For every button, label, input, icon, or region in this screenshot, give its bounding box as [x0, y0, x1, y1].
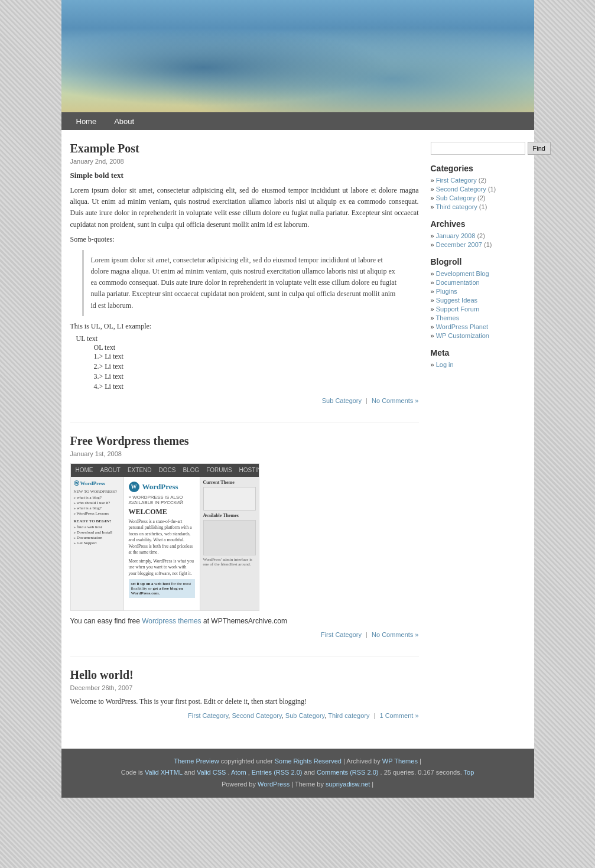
meta-title: Meta [431, 348, 525, 357]
footer-wordpress-link[interactable]: WordPress [258, 781, 290, 788]
footer-license-link[interactable]: Some Rights Reserved [275, 758, 342, 765]
search-button[interactable]: Find [528, 142, 551, 155]
post1-comments-link[interactable]: No Comments » [372, 397, 418, 404]
wp-available-themes [203, 520, 256, 555]
wp-logo-row: W WordPress [129, 482, 195, 492]
wp-themes-sidebar: Current Theme Available Themes WordPress… [200, 477, 259, 610]
blogroll-support-link[interactable]: Support Forum [436, 305, 479, 313]
cat-sub-link[interactable]: Sub Category [436, 194, 476, 201]
content-area: Example Post January 2nd, 2008 Simple bo… [61, 130, 534, 749]
search-input[interactable] [431, 142, 525, 155]
footer-line1: Theme Preview copyrighted under Some Rig… [69, 756, 527, 768]
post2-date: January 1st, 2008 [70, 450, 419, 457]
footer-theme-text: | Theme by [291, 781, 326, 788]
post2-comments-link[interactable]: No Comments » [372, 631, 418, 638]
nav-about[interactable]: About [105, 114, 143, 129]
cat-second-count: (1) [488, 186, 496, 193]
blogroll-widget: Blogroll Development Blog Documentation … [431, 257, 525, 339]
blogroll-plugins-link[interactable]: Plugins [436, 288, 457, 295]
post3-cat2[interactable]: Second Category [232, 712, 281, 719]
cat-second-link[interactable]: Second Category [436, 186, 486, 193]
wp-nav-home: HOME [76, 467, 93, 473]
ol-text: OL text [94, 343, 419, 352]
archives-title: Archives [431, 219, 525, 229]
footer-theme-preview[interactable]: Theme Preview [174, 758, 219, 765]
post2-footer: First Category | No Comments » [70, 631, 419, 638]
wp-desc-2: More simply, WordPress is what you use w… [129, 558, 195, 577]
cat-first: First Category (2) [431, 177, 525, 184]
li-2: 2.> Li text [94, 362, 419, 371]
blogroll-plugins: Plugins [431, 288, 525, 295]
main-content: Example Post January 2nd, 2008 Simple bo… [70, 142, 419, 737]
blogroll-themes: Themes [431, 314, 525, 321]
blogroll-wp-planet: WordPress Planet [431, 323, 525, 330]
wp-main: W WordPress » WORDPRESS IS ALSO AVAILABL… [124, 477, 200, 610]
meta-login-link[interactable]: Log in [436, 361, 454, 368]
blogroll-wp-custom-link[interactable]: WP Customization [436, 332, 489, 339]
cat-third-count: (1) [479, 203, 487, 210]
divider-1 [70, 422, 419, 422]
wp-wordmark: WordPress [142, 482, 178, 492]
wp-nav-forums: FORUMS [206, 467, 232, 473]
archives-widget: Archives January 2008 (2) December 2007 … [431, 219, 525, 248]
wp-theme-preview [203, 487, 256, 511]
wp-begin-4: » Get Support [74, 541, 121, 545]
footer-atom-link[interactable]: Atom [231, 769, 246, 776]
meta-widget: Meta Log in [431, 348, 525, 368]
archive-jan-link[interactable]: January 2008 [436, 232, 476, 239]
footer-entries-link[interactable]: Entries (RSS 2.0) [252, 769, 303, 776]
wp-nav-extend: EXTEND [128, 467, 152, 473]
page-footer: Theme Preview copyrighted under Some Rig… [61, 749, 534, 798]
blogroll-suggest-link[interactable]: Suggest Ideas [436, 297, 477, 304]
li-3: 3.> Li text [94, 372, 419, 381]
post-wordpress-themes: Free Wordpress themes January 1st, 2008 … [70, 434, 419, 638]
footer-wpthemes-link[interactable]: WP Themes [382, 758, 418, 765]
wp-nav-docs: DOCS [159, 467, 176, 473]
categories-widget: Categories First Category (2) Second Cat… [431, 164, 525, 210]
archive-jan-count: (2) [477, 232, 485, 239]
cat-first-link[interactable]: First Category [436, 177, 477, 184]
blogroll-dev-link[interactable]: Development Blog [436, 270, 489, 277]
post2-wp-themes-link[interactable]: Wordpress themes [142, 617, 201, 625]
wp-get-started: set it up on a web host for the most fle… [129, 579, 195, 598]
cat-second: Second Category (1) [431, 186, 525, 193]
blogroll-wp-custom: WP Customization [431, 332, 525, 339]
blogroll-themes-link[interactable]: Themes [435, 314, 459, 321]
post1-category-link[interactable]: Sub Category [322, 397, 362, 404]
ul-text: UL text [76, 334, 419, 343]
post3-cat4[interactable]: Third category [328, 712, 369, 719]
archive-dec: December 2007 (1) [431, 241, 525, 248]
post2-link-text: You can easy find free Wordpress themes … [70, 617, 419, 625]
li-4: 4.> Li text [94, 382, 419, 391]
footer-comments-link[interactable]: Comments (RSS 2.0) [317, 769, 379, 776]
footer-author-link[interactable]: supriyadisw.net [326, 781, 370, 788]
wp-nav-blog: BLOG [183, 467, 199, 473]
post1-body: Lorem ipsum dolor sit amet, consectetur … [70, 185, 419, 391]
archive-dec-count: (1) [484, 241, 492, 248]
wp-content: ⓦ WordPress NEW TO WORDPRESS? » what is … [71, 477, 259, 610]
wp-link-1: » what is a blog? [74, 495, 121, 500]
footer-pipe1: | [420, 758, 421, 765]
post2-title: Free Wordpress themes [70, 434, 419, 448]
footer-xhtml-link[interactable]: Valid XHTML [145, 769, 183, 776]
footer-top-link[interactable]: Top [464, 769, 474, 776]
post1-ul: UL text OL text 1.> Li text 2.> Li text … [76, 334, 419, 391]
blogroll-wp-planet-link[interactable]: WordPress Planet [436, 323, 488, 330]
nav-home[interactable]: Home [67, 114, 106, 129]
search-widget: Find [431, 142, 525, 155]
wp-nav-about: ABOUT [100, 467, 121, 473]
post3-body: Welcome to WordPress. This is your first… [70, 697, 419, 706]
post1-blockquote: Lorem ipsum dolor sit amet, consectetur … [82, 250, 407, 316]
post2-category-link[interactable]: First Category [321, 631, 362, 638]
post3-comments[interactable]: 1 Comment » [379, 712, 418, 719]
footer-css-link[interactable]: Valid CSS [197, 769, 226, 776]
cat-third-link[interactable]: Third category [435, 203, 477, 210]
blogroll-support: Support Forum [431, 305, 525, 313]
post3-cat3[interactable]: Sub Category [285, 712, 324, 719]
cat-sub-count: (2) [477, 194, 485, 201]
post-example: Example Post January 2nd, 2008 Simple bo… [70, 142, 419, 404]
blogroll-docs-link[interactable]: Documentation [436, 279, 480, 286]
post-hello-world: Hello world! December 26th, 2007 Welcome… [70, 668, 419, 719]
archive-dec-link[interactable]: December 2007 [436, 241, 482, 248]
post3-cat1[interactable]: First Category [188, 712, 228, 719]
